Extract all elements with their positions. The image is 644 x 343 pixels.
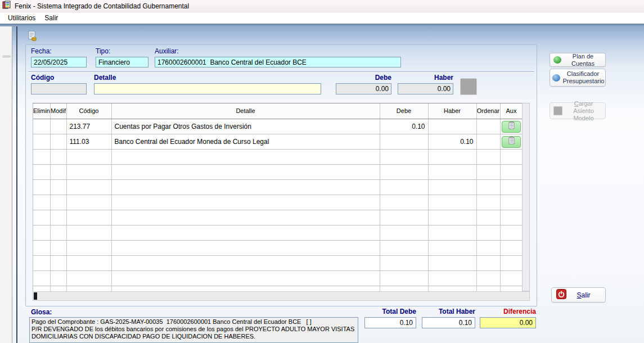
plan-de-cuentas-label: Plan de Cuentas: [564, 53, 602, 67]
tipo-label: Tipo:: [96, 47, 110, 55]
grid-empty-row: [33, 225, 522, 240]
grid-empty-row: [33, 270, 522, 286]
window-titlebar: Fenix - Sistema Integrado de Contabilida…: [0, 0, 644, 12]
detalle-cell: Cuentas por Pagar Otros Gastos de Invers…: [111, 119, 380, 134]
col-header-ordenar: Ordenar: [476, 103, 500, 119]
menubar: Utilitarios Salir: [0, 12, 644, 24]
blue-sphere-icon: [552, 74, 560, 82]
scrollbar-thumb[interactable]: [34, 292, 37, 300]
total-debe-label: Total Debe: [364, 308, 416, 315]
aux-button[interactable]: [502, 121, 521, 133]
codigo-input[interactable]: [31, 83, 87, 94]
grid-empty-row: [33, 195, 522, 210]
menu-item-salir[interactable]: Salir: [40, 13, 62, 23]
col-header-aux: Aux: [500, 103, 522, 119]
app-window: Fenix - Sistema Integrado de Contabilida…: [0, 0, 644, 343]
codigo-label: Código: [31, 74, 54, 82]
aux-cell: [500, 134, 522, 149]
cargar-asiento-label: Cargar Asiento Modelo: [565, 100, 602, 122]
green-sphere-icon: [553, 56, 561, 64]
auxiliar-label: Auxiliar:: [155, 47, 179, 55]
total-debe-field: [364, 317, 416, 328]
power-icon: [556, 289, 566, 301]
clasificador-label: Clasificador Presupuestario: [563, 70, 604, 85]
debe-input[interactable]: [336, 83, 391, 94]
grid-row-2: 111.03 Banco Central del Ecuador Moneda …: [33, 134, 522, 149]
diferencia-field: [480, 317, 536, 328]
codigo-cell: 213.77: [66, 119, 111, 134]
splitter-grip[interactable]: [2, 56, 11, 57]
fecha-input[interactable]: [31, 57, 87, 67]
grid-empty-row: [33, 149, 522, 164]
col-header-elimin: Elimin: [33, 103, 50, 119]
grid-empty-rows: [33, 149, 522, 291]
detalle-input[interactable]: [94, 83, 321, 94]
menu-item-utilitarios[interactable]: Utilitarios: [3, 13, 40, 23]
haber-label: Haber: [398, 74, 453, 82]
total-haber-label: Total Haber: [421, 308, 475, 315]
clasificador-presupuestario-button[interactable]: Clasificador Presupuestario: [550, 69, 606, 87]
left-splitter-panel: [0, 26, 12, 343]
col-header-haber: Haber: [428, 103, 476, 119]
col-header-debe: Debe: [380, 103, 428, 119]
grid-empty-row: [33, 240, 522, 255]
modif-cell[interactable]: [50, 119, 66, 134]
grid-empty-row: [33, 210, 522, 225]
new-voucher-button[interactable]: [25, 30, 39, 43]
haber-cell: [428, 119, 476, 134]
grid-empty-row: [33, 164, 522, 179]
grid-empty-row: [33, 286, 522, 291]
total-haber-field: [422, 317, 475, 328]
form-separator: [28, 71, 534, 73]
codigo-cell: 111.03: [66, 134, 111, 149]
ordenar-cell[interactable]: [476, 119, 500, 134]
grid-horizontal-scrollbar[interactable]: [33, 291, 530, 301]
ordenar-cell[interactable]: [476, 134, 500, 149]
diferencia-label: Diferencia: [480, 308, 536, 315]
haber-input[interactable]: [398, 83, 453, 94]
blank-action-button[interactable]: [460, 78, 477, 95]
auxiliar-input[interactable]: [155, 57, 401, 67]
tipo-input[interactable]: [96, 57, 148, 67]
modif-cell[interactable]: [50, 134, 66, 149]
cargar-asiento-modelo-button[interactable]: Cargar Asiento Modelo: [550, 102, 606, 119]
detalle-cell: Banco Central del Ecuador Moneda de Curs…: [111, 134, 380, 149]
haber-cell: 0.10: [428, 134, 476, 149]
gray-square-icon: [553, 106, 562, 115]
debe-cell: 0.10: [380, 119, 428, 134]
panel-divider: [16, 26, 17, 343]
salir-button[interactable]: Salir: [551, 287, 606, 303]
elimin-cell[interactable]: [33, 119, 50, 134]
app-icon: [2, 1, 11, 11]
aux-button[interactable]: [502, 136, 521, 148]
elimin-cell[interactable]: [33, 134, 50, 149]
debe-label: Debe: [336, 74, 391, 82]
grid-empty-row: [33, 179, 522, 195]
glosa-label: Glosa:: [31, 308, 52, 316]
notepad-icon: [508, 138, 515, 146]
fecha-label: Fecha:: [31, 47, 52, 55]
detalle-label: Detalle: [94, 74, 116, 82]
document-coins-icon: [26, 30, 38, 43]
window-title: Fenix - Sistema Integrado de Contabilida…: [15, 2, 189, 10]
glosa-textarea[interactable]: Pago del Comprobante : GAS-2025-MAY-0003…: [29, 317, 358, 343]
grid-row-1: 213.77 Cuentas por Pagar Otros Gastos de…: [33, 119, 522, 134]
grid-empty-row: [33, 255, 522, 270]
grid-header-row: Elimin Modif Código Detalle Debe Haber O…: [33, 103, 522, 119]
plan-de-cuentas-button[interactable]: Plan de Cuentas: [550, 53, 606, 67]
notepad-icon: [508, 123, 515, 131]
col-header-modif: Modif: [50, 103, 66, 119]
entries-grid: Elimin Modif Código Detalle Debe Haber O…: [33, 103, 522, 291]
aux-cell: [500, 119, 522, 134]
col-header-codigo: Código: [66, 103, 111, 119]
salir-label: Salir: [566, 291, 601, 299]
grid-vertical-scrollbar[interactable]: [522, 103, 530, 291]
debe-cell: [380, 134, 428, 149]
col-header-detalle: Detalle: [111, 103, 380, 119]
